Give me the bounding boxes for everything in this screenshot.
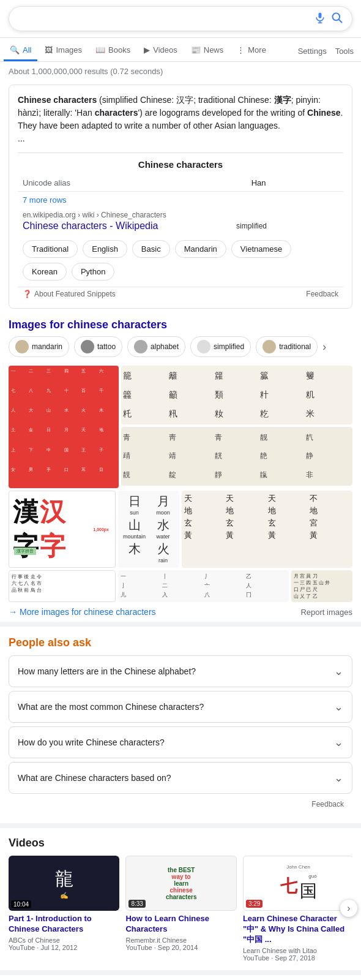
search-icon[interactable] xyxy=(331,12,343,26)
more-dots-icon: ⋮ xyxy=(237,45,245,55)
video-thumb-2[interactable]: John Chen 七 guó 国 3:29 xyxy=(243,856,352,911)
tag-python[interactable]: Python xyxy=(72,263,114,281)
svg-rect-0 xyxy=(319,13,322,18)
video-title-2[interactable]: Learn Chinese Character "中" & Why Is Chi… xyxy=(243,914,352,945)
source-title-link[interactable]: Chinese characters - Wikipedia xyxy=(18,219,343,235)
snippet-table-title: Chinese characters xyxy=(18,153,343,170)
paa-question-2[interactable]: How do you write Chinese characters? ⌄ xyxy=(9,727,352,758)
image-variant-chars[interactable]: 天天天不 地地地地 玄玄玄宮 黃黃黃黃 xyxy=(182,491,352,568)
image-char-chart-2[interactable]: 籠籬籮籯籰 籱籲類籵籶 籷籸籹籺米 xyxy=(121,366,352,424)
mic-icon[interactable] xyxy=(314,12,326,26)
image-char-list[interactable]: 行 事 後 走 令 六 七 八 名 市 品 秋 前 鳥 台 xyxy=(9,570,116,602)
image-big-chars[interactable]: 漢 汉 字 字 漢字拼音 1,000px xyxy=(9,491,116,568)
featured-snippets-info[interactable]: ❓ About Featured Snippets xyxy=(23,290,116,298)
results-count: About 1,000,000,000 results (0.72 second… xyxy=(0,62,361,81)
filter-traditional[interactable]: traditional xyxy=(256,336,318,357)
tag-vietnamese[interactable]: Vietnamese xyxy=(231,240,291,258)
paa-feedback[interactable]: Feedback xyxy=(9,797,352,813)
images-section-title[interactable]: Images for chinese characters xyxy=(9,318,352,331)
tag-english[interactable]: English xyxy=(83,240,127,258)
snippet-body: Chinese characters (simplified Chinese: … xyxy=(18,94,343,145)
more-images-link[interactable]: → More images for chinese characters xyxy=(9,607,156,617)
paa-item-0: How many letters are in the Chinese alph… xyxy=(9,655,352,687)
tag-mandarin[interactable]: Mandarin xyxy=(175,240,226,258)
tag-basic[interactable]: Basic xyxy=(132,240,170,258)
paa-item-1: What are the most common Chinese charact… xyxy=(9,691,352,723)
paa-item-3: What are Chinese characters based on? ⌄ xyxy=(9,762,352,794)
settings-link[interactable]: Settings xyxy=(294,42,330,61)
news-icon: 📰 xyxy=(191,45,201,55)
image-stroke-order[interactable]: 一丨丿乙 亅二亠人 儿入八冂 xyxy=(118,570,289,602)
svg-line-4 xyxy=(339,20,342,23)
video-thumb-1[interactable]: the BEST way to learn chinese characters… xyxy=(125,856,236,911)
tag-traditional[interactable]: Traditional xyxy=(23,240,78,258)
chevron-down-icon-0: ⌄ xyxy=(334,665,343,678)
tab-images[interactable]: 🖼 Images xyxy=(39,40,88,61)
image-filter-row: mandarin tattoo alphabet simplified trad… xyxy=(9,336,352,362)
paa-question-0[interactable]: How many letters are in the Chinese alph… xyxy=(9,656,352,687)
video-title-1[interactable]: How to Learn Chinese Characters xyxy=(125,914,236,935)
video-card-1: the BEST way to learn chinese characters… xyxy=(125,856,236,962)
filter-thumb-alphabet xyxy=(134,340,147,353)
videos-section: Videos 龍 ✍ 10:04 Part 1- Introduction to… xyxy=(0,831,361,968)
source-url: en.wikipedia.org › wiki › Chinese_charac… xyxy=(18,208,343,219)
featured-snippet: Chinese characters (simplified Chinese: … xyxy=(9,85,352,309)
video-duration-2: 3:29 xyxy=(246,900,262,908)
image-sun-moon-chars[interactable]: 日sun 月moon 山mountain 水water 木 火rain xyxy=(118,491,179,568)
related-tags: Traditional English Basic Mandarin Vietn… xyxy=(18,235,343,287)
video-duration-1: 8:33 xyxy=(128,900,145,908)
filter-scroll-arrow[interactable]: › xyxy=(322,341,326,353)
tools-link[interactable]: Tools xyxy=(332,42,357,61)
search-bar: chinese characters xyxy=(9,6,352,31)
web-result: 1,777px www.archchinese.com ▾ Read and w… xyxy=(0,978,361,980)
report-images-link[interactable]: Report images xyxy=(300,608,352,617)
table-value: Han xyxy=(247,175,343,192)
filter-thumb-traditional xyxy=(262,340,276,353)
tag-korean[interactable]: Korean xyxy=(23,263,67,281)
videos-title: Videos xyxy=(9,837,352,850)
video-thumb-0[interactable]: 龍 ✍ 10:04 xyxy=(9,856,119,911)
paa-question-3[interactable]: What are Chinese characters based on? ⌄ xyxy=(9,763,352,793)
images-icon: 🖼 xyxy=(45,45,53,55)
video-channel-0: ABCs of Chinese xyxy=(9,937,119,944)
chevron-down-icon-2: ⌄ xyxy=(334,736,343,749)
video-grid: 龍 ✍ 10:04 Part 1- Introduction to Chines… xyxy=(9,856,352,962)
chevron-down-icon-1: ⌄ xyxy=(334,700,343,714)
snippet-feedback[interactable]: Feedback xyxy=(306,290,338,298)
video-scroll-arrow[interactable]: › xyxy=(340,900,357,917)
snippet-table: Unicode alias Han xyxy=(18,175,343,192)
videos-icon: ▶ xyxy=(144,45,150,55)
question-circle-icon: ❓ xyxy=(23,290,32,298)
table-row: Unicode alias Han xyxy=(18,175,343,192)
more-rows-link[interactable]: 7 more rows xyxy=(18,192,343,208)
video-date-2: YouTube · Sep 27, 2018 xyxy=(243,954,352,962)
paa-item-2: How do you write Chinese characters? ⌄ xyxy=(9,726,352,758)
image-char-chart-1[interactable]: 一二三四五六 七八九十百千 人大山水火木 土金日月天地 上下中国王子 女男手口耳… xyxy=(9,366,119,488)
filter-alphabet[interactable]: alphabet xyxy=(127,336,185,357)
video-title-0[interactable]: Part 1- Introduction to Chinese Characte… xyxy=(9,914,119,935)
video-date-1: YouTube · Sep 20, 2014 xyxy=(125,944,236,951)
tab-books[interactable]: 📖 Books xyxy=(89,40,136,61)
video-duration-0: 10:04 xyxy=(11,900,31,908)
image-chars-right[interactable]: 月 宫 員 刀 一 三 四 五 山 井 口 尸 已 尺 山 乂 了 乙 xyxy=(291,570,352,602)
video-card-2: John Chen 七 guó 国 3:29 Learn Chinese Cha… xyxy=(243,856,352,962)
arrow-right-icon: → xyxy=(9,607,17,617)
search-input[interactable]: chinese characters xyxy=(18,13,314,24)
filter-mandarin[interactable]: mandarin xyxy=(9,336,69,357)
tab-news[interactable]: 📰 News xyxy=(185,40,230,61)
snippet-footer: ❓ About Featured Snippets Feedback xyxy=(18,287,343,300)
image-grid-area: 一二三四五六 七八九十百千 人大山水火木 土金日月天地 上下中国王子 女男手口耳… xyxy=(9,366,352,602)
image-char-chart-3[interactable]: 青靑青靓靔 靕靖靗靘静 靚靛靜靝非 xyxy=(121,427,352,486)
filter-simplified[interactable]: simplified xyxy=(190,336,251,357)
filter-thumb-mandarin xyxy=(15,340,29,353)
section-divider-1 xyxy=(0,622,361,627)
filter-tattoo[interactable]: tattoo xyxy=(74,336,122,357)
paa-title: People also ask xyxy=(9,636,352,649)
tab-more[interactable]: ⋮ More xyxy=(231,40,272,61)
image-section-footer: → More images for chinese characters Rep… xyxy=(9,602,352,619)
all-icon: 🔍 xyxy=(10,45,20,55)
section-divider-3 xyxy=(0,970,361,975)
tab-all[interactable]: 🔍 All xyxy=(4,40,37,61)
paa-question-1[interactable]: What are the most common Chinese charact… xyxy=(9,692,352,722)
tab-videos[interactable]: ▶ Videos xyxy=(138,40,184,61)
